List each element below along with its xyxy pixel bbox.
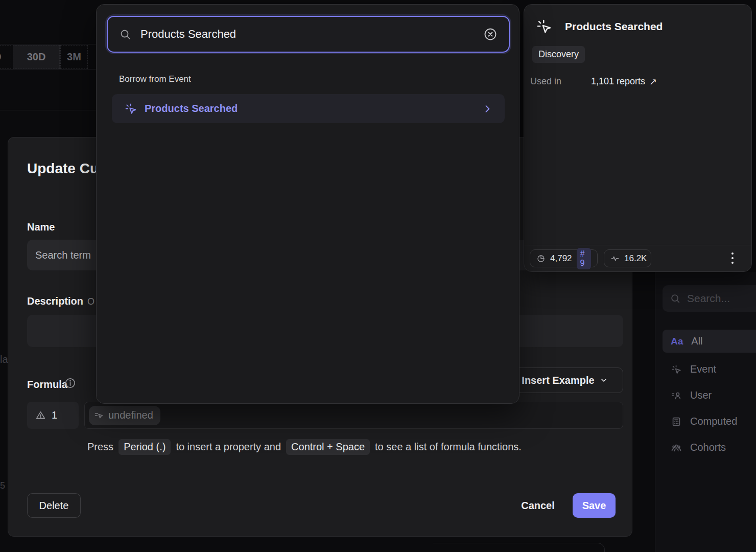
sidebar-item-cohorts[interactable]: Cohorts [663,436,756,459]
event-icon [535,18,553,35]
formula-error-count: 1 [27,402,79,429]
card-title: Products Searched [565,20,663,33]
sidebar-item-user[interactable]: User [663,384,756,407]
dropdown-search-input[interactable] [140,28,474,41]
save-button[interactable]: Save [573,493,616,518]
more-options-icon[interactable] [726,250,739,266]
sidebar-search-input[interactable]: Search... [663,285,756,312]
sidebar-item-computed[interactable]: Computed [663,410,756,433]
time-range-button-clipped[interactable]: D [0,45,11,69]
event-icon [124,102,137,116]
insert-example-button[interactable]: Insert Example [506,367,623,393]
used-in-label: Used in [530,76,591,87]
name-input-value: Search term [35,249,91,261]
undefined-property-chip[interactable]: undefined [89,406,160,425]
warning-icon [35,410,46,421]
optional-fragment: O [87,296,94,307]
sidebar-search-placeholder: Search... [687,292,730,305]
dropdown-search-field[interactable] [107,16,510,53]
clear-search-icon[interactable] [483,27,498,41]
cohorts-icon [671,442,682,453]
volume-pill[interactable]: 16.2K [604,249,651,267]
event-detail-card: Products Searched Discovery Used in 1,10… [524,4,752,272]
user-icon [671,390,682,401]
cancel-button[interactable]: Cancel [512,493,563,518]
external-link-arrow-icon: ↗ [649,76,657,87]
chevron-right-icon [482,104,492,114]
background-divider [0,110,96,110]
discovery-badge: Discovery [532,46,585,63]
kbd-control-space: Control + Space [286,439,370,455]
time-range-button-3m[interactable]: 3M [60,45,88,69]
text-format-icon: Aa [671,336,683,347]
formula-label: Formula [27,379,67,390]
event-result-products-searched[interactable]: Products Searched [112,94,505,123]
activity-icon [610,254,620,263]
time-range-button-30d[interactable]: 30D [13,45,60,69]
pie-chart-icon [536,254,546,263]
event-property-icon [94,410,104,421]
background-chart-label-fragment: la [0,354,8,365]
used-in-link[interactable]: 1,101 reports ↗ [591,76,657,87]
info-icon[interactable] [64,377,76,389]
description-label: DescriptionO [27,295,94,307]
sidebar-item-event[interactable]: Event [663,358,756,381]
background-divider [0,44,96,44]
property-type-sidebar: Search... Aa All Event User Computed Coh… [655,272,756,552]
formula-input[interactable]: undefined [84,402,623,429]
borrow-from-event-label: Borrow from Event [119,74,191,84]
event-result-label: Products Searched [145,103,475,114]
background-panel-corner [433,543,605,552]
chevron-down-icon [600,376,608,384]
event-icon [671,364,682,375]
modal-title: Update Cu [27,160,99,177]
events-count-pill[interactable]: 4,792 # 9 [530,249,598,267]
kbd-period: Period (.) [119,439,171,455]
sidebar-item-all[interactable]: Aa All [663,330,756,353]
delete-button[interactable]: Delete [27,493,81,518]
name-label: Name [27,221,55,233]
used-in-row: Used in 1,101 reports ↗ [530,76,657,87]
rank-badge: # 9 [577,248,591,269]
computed-icon [671,416,682,427]
card-header: Products Searched [535,18,663,35]
property-search-dropdown: Borrow from Event Products Searched [96,4,519,404]
formula-hint: Press Period (.) to insert a property an… [87,438,522,455]
card-divider [524,245,751,245]
background-axis-fragment: 5 [0,480,5,491]
search-icon [670,293,681,304]
search-icon [119,28,131,40]
background-divider [0,69,96,70]
